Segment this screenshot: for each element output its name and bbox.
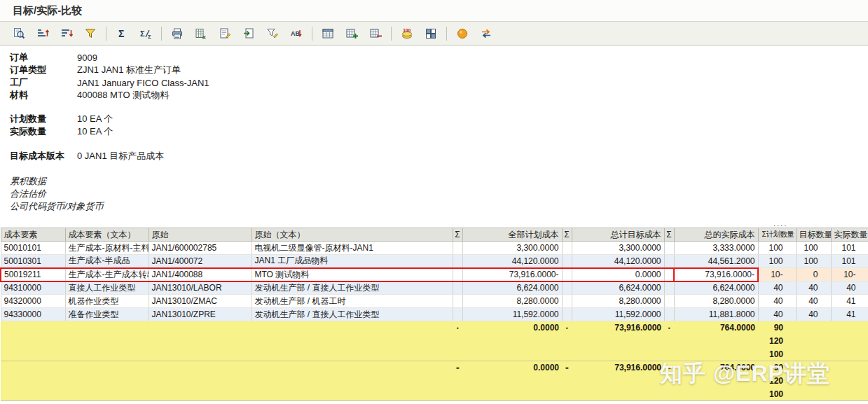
table-row[interactable]: 94310000直接人工作业类型JAN13010/LABOR发动机生产部 / 直… bbox=[1, 281, 868, 295]
total-row[interactable]: ▪▪0.0000▪▪73,916.0000▪▪764.000090 bbox=[1, 361, 868, 375]
order-type-field: 订单类型ZJN1 JAN1 标准生产订单 bbox=[10, 64, 868, 76]
svg-text:100: 100 bbox=[403, 28, 411, 33]
cost-table-area: .... 成本要素成本要素（文本）原始原始（文本）Σ全部计划成本Σ总计目标成本Σ… bbox=[0, 228, 868, 401]
report-header: 订单9009 订单类型ZJN1 JAN1 标准生产订单 工厂JAN1 Janua… bbox=[0, 46, 868, 213]
field-value: 10 EA 个 bbox=[77, 113, 113, 125]
svg-text:Σ: Σ bbox=[118, 28, 124, 39]
column-header[interactable]: 成本要素（文本） bbox=[65, 228, 149, 242]
table-row[interactable]: 50010101生产成本-原材料-主料JAN1/600002785电视机二级显像… bbox=[1, 242, 868, 255]
table-header-row: 成本要素成本要素（文本）原始原始（文本）Σ全部计划成本Σ总计目标成本Σ总的实际成… bbox=[1, 228, 868, 242]
filter-criteria-icon[interactable] bbox=[263, 25, 282, 42]
material-field: 材料400088 MTO 测试物料 bbox=[10, 89, 868, 102]
column-header[interactable]: Σ计划数量 bbox=[758, 228, 796, 242]
status-ball-icon[interactable] bbox=[453, 25, 471, 42]
column-header[interactable]: 总计目标成本 bbox=[572, 228, 664, 242]
note-cumulative-data: 累积数据 bbox=[10, 175, 868, 188]
toolbar: Σ ΣΣ X AB 100 bbox=[0, 22, 868, 46]
column-header[interactable]: 原始（文本） bbox=[252, 228, 453, 242]
field-value: 9009 bbox=[77, 53, 97, 63]
sap-report-window: 目标/实际-比较 Σ ΣΣ X AB bbox=[0, 0, 868, 401]
toolbar-group-columns bbox=[319, 25, 385, 42]
choose-detail-icon[interactable] bbox=[10, 25, 28, 42]
insert-column-icon[interactable] bbox=[343, 25, 361, 42]
total-row[interactable]: 100 bbox=[1, 388, 868, 401]
local-file-icon[interactable] bbox=[240, 25, 258, 42]
table-row[interactable]: 50010301生产成本-半成品JAN1/400072JAN1 工厂成品物料44… bbox=[1, 255, 868, 268]
note-legal-valuation: 合法估价 bbox=[10, 188, 868, 200]
field-label: 工厂 bbox=[10, 76, 77, 89]
svg-text:Σ: Σ bbox=[140, 29, 145, 38]
subtotals-icon[interactable]: ΣΣ bbox=[137, 25, 155, 42]
svg-text:X: X bbox=[202, 34, 207, 40]
toolbar-separator bbox=[391, 27, 392, 41]
total-row[interactable]: 100 bbox=[1, 348, 868, 361]
field-value: 400088 MTO 测试物料 bbox=[77, 89, 169, 102]
column-header[interactable]: 总的实际成本 bbox=[674, 228, 758, 242]
remove-column-icon[interactable] bbox=[366, 25, 385, 42]
target-cost-version-field: 目标成本版本0 JAN1 目标产品成本 bbox=[10, 150, 868, 162]
column-resize-dots: .... bbox=[773, 219, 787, 228]
abc-analysis-icon[interactable]: AB bbox=[287, 25, 305, 42]
column-header[interactable]: 全部计划成本 bbox=[462, 228, 562, 242]
plant-field: 工厂JAN1 January FICO Class-JAN1 bbox=[10, 76, 868, 89]
field-label: 计划数量 bbox=[10, 113, 77, 125]
field-value: 10 EA 个 bbox=[77, 125, 113, 138]
toolbar-separator bbox=[312, 27, 312, 41]
field-label: 订单类型 bbox=[10, 64, 77, 76]
column-header[interactable]: 目标数量 bbox=[796, 228, 831, 242]
cost-table-body: 50010101生产成本-原材料-主料JAN1/600002785电视机二级显像… bbox=[1, 242, 868, 401]
column-header[interactable]: Σ bbox=[562, 228, 572, 242]
total-row[interactable]: ▪0.0000▪73,916.0000▪764.000090 bbox=[1, 321, 868, 335]
print-icon[interactable] bbox=[168, 25, 186, 42]
page-title: 目标/实际-比较 bbox=[13, 4, 82, 18]
toolbar-group-layout: 100 bbox=[398, 25, 440, 42]
export-spreadsheet-icon[interactable]: X bbox=[192, 25, 210, 42]
switch-display-icon[interactable] bbox=[477, 25, 495, 42]
grid-view-icon[interactable] bbox=[319, 25, 337, 42]
svg-text:AB: AB bbox=[291, 30, 300, 37]
display-currency-icon[interactable]: 100 bbox=[398, 25, 416, 42]
toolbar-separator bbox=[106, 27, 106, 41]
toolbar-group-export: X AB bbox=[168, 25, 305, 42]
field-value: 0 JAN1 目标产品成本 bbox=[77, 150, 164, 162]
field-value: ZJN1 JAN1 标准生产订单 bbox=[77, 64, 181, 76]
actual-qty-field: 实际数量10 EA 个 bbox=[10, 125, 868, 138]
table-row[interactable]: 94330000准备作业类型JAN13010/ZPRE发动机生产部 / 直接人工… bbox=[1, 308, 868, 321]
toolbar-separator bbox=[446, 27, 447, 41]
word-processing-icon[interactable] bbox=[216, 25, 234, 42]
svg-text:Σ: Σ bbox=[148, 34, 151, 40]
order-field: 订单9009 bbox=[10, 51, 868, 64]
table-row[interactable]: 94320000机器作业类型JAN13010/ZMAC发动机生产部 / 机器工时… bbox=[1, 295, 868, 308]
field-label: 材料 bbox=[10, 89, 77, 102]
sort-ascending-icon[interactable] bbox=[34, 25, 52, 42]
column-header[interactable]: 实际数量 bbox=[831, 228, 868, 242]
field-label: 订单 bbox=[10, 51, 77, 64]
title-bar: 目标/实际-比较 bbox=[0, 0, 868, 22]
sort-descending-icon[interactable] bbox=[57, 25, 76, 42]
choose-layout-icon[interactable] bbox=[422, 25, 440, 42]
field-label: 目标成本版本 bbox=[10, 150, 77, 162]
total-icon[interactable]: Σ bbox=[113, 25, 131, 42]
total-row[interactable]: 120 bbox=[1, 375, 868, 388]
toolbar-group-navigation bbox=[10, 25, 99, 42]
set-filter-icon[interactable] bbox=[81, 25, 99, 42]
field-value: JAN1 January FICO Class-JAN1 bbox=[77, 78, 209, 88]
toolbar-group-status bbox=[453, 25, 495, 42]
column-header[interactable]: 成本要素 bbox=[1, 228, 65, 242]
planned-qty-field: 计划数量10 EA 个 bbox=[10, 113, 868, 125]
toolbar-separator bbox=[161, 27, 162, 41]
column-header[interactable]: Σ bbox=[453, 228, 462, 242]
total-row[interactable]: 120 bbox=[1, 335, 868, 348]
column-header[interactable]: Σ bbox=[664, 228, 674, 242]
field-label: 实际数量 bbox=[10, 125, 77, 138]
note-currency: 公司代码货币/对象货币 bbox=[10, 200, 868, 213]
toolbar-group-totals: Σ ΣΣ bbox=[113, 25, 155, 42]
column-header[interactable]: 原始 bbox=[149, 228, 252, 242]
table-row[interactable]: 50019211生产成本-生产成本转出JAN1/400088MTO 测试物料73… bbox=[1, 268, 868, 281]
cost-table: 成本要素成本要素（文本）原始原始（文本）Σ全部计划成本Σ总计目标成本Σ总的实际成… bbox=[0, 228, 868, 401]
